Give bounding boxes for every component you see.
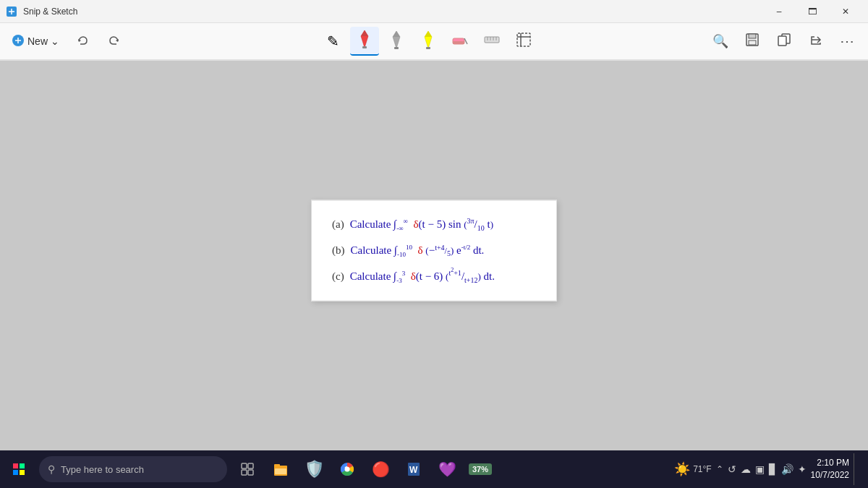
eraser-button[interactable] <box>446 27 475 56</box>
highlighter-button[interactable] <box>414 27 443 56</box>
math-line-c: (c) Calculate ∫-33 δ(t − 6) (t2+1/t+12) … <box>332 266 536 286</box>
display-icon: ▣ <box>755 463 765 475</box>
new-icon <box>12 34 25 49</box>
tray-expand-icon[interactable]: ⌃ <box>716 464 723 474</box>
svg-line-17 <box>464 38 467 44</box>
svg-rect-40 <box>274 464 280 467</box>
maximize-button[interactable]: 🗖 <box>796 0 829 23</box>
sync-icon: ↺ <box>728 463 736 475</box>
touch-write-button[interactable]: ✎ <box>318 27 347 56</box>
svg-marker-13 <box>425 31 432 37</box>
app-icon <box>6 6 17 17</box>
save-icon <box>745 33 760 51</box>
ruler-icon <box>483 31 501 52</box>
red-app-button[interactable]: 🔴 <box>365 453 396 485</box>
canvas-area: (a) Calculate ∫-∞∞ δ(t − 5) sin (3π/10 t… <box>0 61 868 450</box>
taskbar-search[interactable]: ⚲ Type here to search <box>39 456 227 482</box>
math-content-b: Calculate ∫-1010 δ (−t+4/5) e-t/2 dt. <box>351 241 485 259</box>
battery-icon: ▊ <box>769 463 777 475</box>
more-button[interactable]: ⋯ <box>833 27 862 56</box>
svg-rect-36 <box>248 463 253 468</box>
undo-button[interactable] <box>68 27 97 56</box>
new-chevron-icon: ⌄ <box>51 35 59 47</box>
save-button[interactable] <box>738 27 767 56</box>
svg-point-44 <box>345 467 350 472</box>
svg-text:W: W <box>409 465 418 475</box>
svg-rect-18 <box>485 37 499 43</box>
svg-rect-41 <box>275 468 286 474</box>
touch-write-icon: ✎ <box>327 33 339 50</box>
svg-rect-35 <box>242 463 247 468</box>
window-controls: – 🗖 ✕ <box>762 0 862 23</box>
svg-rect-11 <box>394 47 399 49</box>
svg-rect-14 <box>426 47 430 49</box>
svg-rect-34 <box>20 470 25 475</box>
weather-widget[interactable]: ☀️ 71°F <box>674 461 711 477</box>
taskbar-search-text: Type here to search <box>61 464 144 475</box>
math-line-a: (a) Calculate ∫-∞∞ δ(t − 5) sin (3π/10 t… <box>332 215 536 234</box>
highlighter-icon <box>420 30 436 53</box>
svg-rect-33 <box>13 470 18 475</box>
svg-rect-23 <box>517 33 530 46</box>
copy-button[interactable] <box>770 27 799 56</box>
svg-marker-10 <box>393 31 400 37</box>
crop-icon <box>516 32 532 51</box>
eraser-icon <box>451 31 469 52</box>
word-button[interactable]: W <box>398 453 430 485</box>
svg-rect-30 <box>778 36 786 46</box>
svg-rect-37 <box>242 470 247 475</box>
close-button[interactable]: ✕ <box>829 0 862 23</box>
svg-rect-27 <box>749 34 756 38</box>
minimize-button[interactable]: – <box>762 0 796 23</box>
app-title: Snip & Sketch <box>23 7 77 17</box>
pencil-button[interactable] <box>382 27 411 56</box>
title-bar-left: Snip & Sketch <box>6 6 77 17</box>
copy-icon <box>777 33 791 51</box>
math-label-a: (a) <box>332 215 344 232</box>
search-icon: 🔍 <box>712 33 728 49</box>
cloud-icon: ☁ <box>741 463 751 475</box>
weather-icon: ☀️ <box>674 461 690 477</box>
browser-button[interactable] <box>331 453 363 485</box>
show-desktop-button[interactable] <box>854 453 859 485</box>
ballpoint-pen-button[interactable] <box>350 27 379 56</box>
clock-date: 10/7/2022 <box>811 469 849 481</box>
math-line-b: (b) Calculate ∫-1010 δ (−t+4/5) e-t/2 dt… <box>332 241 536 259</box>
redo-button[interactable] <box>100 27 129 56</box>
share-icon <box>809 33 823 51</box>
network-icon: ✦ <box>798 463 807 475</box>
ballpoint-pen-icon <box>357 29 373 53</box>
ruler-button[interactable] <box>477 27 506 56</box>
taskbar-search-icon: ⚲ <box>48 463 55 475</box>
search-button[interactable]: 🔍 <box>706 27 735 56</box>
undo-icon <box>76 35 89 48</box>
math-label-c: (c) <box>332 267 344 285</box>
pencil-icon <box>388 30 404 53</box>
share-button[interactable] <box>801 27 830 56</box>
clock-time: 2:10 PM <box>811 457 849 469</box>
task-view-button[interactable] <box>231 453 263 485</box>
toolbar-right: 🔍 <box>706 27 862 56</box>
math-content-c: Calculate ∫-33 δ(t − 6) (t2+1/t+12) dt. <box>350 266 495 286</box>
new-label: New <box>27 35 48 47</box>
math-content-a: Calculate ∫-∞∞ δ(t − 5) sin (3π/10 t) <box>350 215 493 234</box>
svg-rect-16 <box>453 41 464 44</box>
toolbar-center: ✎ <box>153 27 703 56</box>
unknown-app-button[interactable]: 💜 <box>431 453 463 485</box>
battery-app-button[interactable]: 37% <box>464 453 496 485</box>
taskbar-apps: 🛡️ 🔴 W 💜 37% <box>231 453 496 485</box>
taskbar-tray: ☀️ 71°F ⌃ ↺ ☁ ▣ ▊ 🔊 ✦ 2:10 PM 10/7/2022 <box>674 453 865 485</box>
start-button[interactable] <box>3 450 35 488</box>
crop-button[interactable] <box>509 27 538 56</box>
taskbar-clock[interactable]: 2:10 PM 10/7/2022 <box>811 457 849 481</box>
toolbar-left: New ⌄ <box>6 27 150 56</box>
svg-rect-38 <box>248 470 253 475</box>
file-explorer-button[interactable] <box>265 453 297 485</box>
more-icon: ⋯ <box>840 33 856 50</box>
new-button[interactable]: New ⌄ <box>6 28 65 54</box>
svg-rect-32 <box>20 463 25 468</box>
taskbar: ⚲ Type here to search 🛡️ <box>0 450 868 488</box>
volume-icon: 🔊 <box>781 463 793 475</box>
svg-rect-31 <box>13 463 18 468</box>
antivirus-button[interactable]: 🛡️ <box>298 453 330 485</box>
